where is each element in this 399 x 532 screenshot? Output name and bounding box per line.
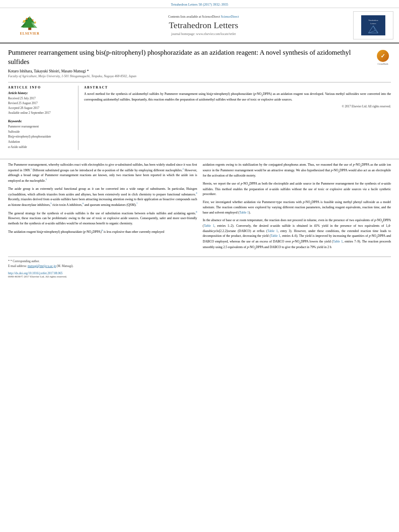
received-date: Received 25 July 2017 [8,96,74,101]
article-title: Pummerer rearrangement using bis(p-nitro… [8,48,371,67]
copyright-notice: © 2017 Elsevier Ltd. All rights reserved… [84,105,391,108]
svg-text:Tetrahedron: Tetrahedron [368,19,378,21]
article-history: Article history: Received 25 July 2017 R… [8,91,74,115]
citation-text: Tetrahedron Letters 58 (2017) 3932–3935 [171,2,228,6]
email-name: (M. Matsugi). [56,264,74,268]
svg-text:Letters: Letters [370,23,376,25]
journal-title: Tetrahedron Letters [54,20,353,31]
article-meta-section: ARTICLE INFO Article history: Received 2… [8,82,391,150]
article-info-title: ARTICLE INFO [8,86,74,89]
body-para-8: In the absence of base or at room temper… [203,218,391,250]
corresponding-author-note: * * Corresponding author. [8,259,391,264]
bottom-links: http://dx.doi.org/10.1016/j.tetlet.2017.… [0,270,399,280]
affiliation: Faculty of Agriculture, Meijo University… [8,74,391,78]
authors: Kotaro Ishihara, Takayuki Shioiri, Masat… [8,69,391,73]
publisher-logo: ELSEVIER [6,14,54,37]
elsevier-tree-icon [18,16,42,31]
article-info: ARTICLE INFO Article history: Received 2… [8,86,78,150]
body-para-6: Herein, we report the use of p-NO2DPPA a… [203,181,391,197]
body-para-4: The azidation reagent bis(p-nitrophenyl)… [8,229,197,235]
article-container: Pummerer rearrangement using bis(p-nitro… [0,43,399,155]
journal-homepage: journal homepage: www.elsevier.com/locat… [54,32,353,36]
body-para-7: First, we investigated whether azidation… [203,200,391,216]
journal-header: ELSEVIER Contents lists available at Sci… [0,8,399,43]
revised-date: Revised 25 August 2017 [8,101,74,106]
body-para-2: The azide group is an extremely useful f… [8,187,197,208]
sciencedirect-text: Contents lists available at ScienceDirec… [54,15,353,18]
email-label: E-mail address: [8,264,28,268]
issn-text: 0040-4039/© 2017 Elsevier Ltd. All right… [8,275,67,278]
keywords-section: Keywords: Pummerer rearrangement Sulfoxi… [8,119,74,150]
history-title: Article history: [8,91,74,95]
right-column: azidation regents owing to its stabiliza… [203,162,391,253]
available-date: Available online 2 September 2017 [8,111,74,115]
elsevier-logo: ELSEVIER [12,14,48,37]
elsevier-brand: ELSEVIER [20,32,39,35]
keyword-3: Bis(p-nitrophenyl) phosphorazidate [8,134,74,140]
abstract-title: ABSTRACT [84,86,391,89]
keywords-title: Keywords: [8,119,74,123]
abstract-text: A novel method for the synthesis of azid… [84,92,391,102]
cover-thumbnail-icon: Tetrahedron Letters [361,15,385,35]
abstract-section: ABSTRACT A novel method for the synthesi… [84,86,391,150]
journal-title-area: Contents lists available at ScienceDirec… [54,15,353,36]
crossmark-badge: ✓ CrossMark [375,50,391,65]
doi-issn-block: http://dx.doi.org/10.1016/j.tetlet.2017.… [8,271,67,278]
svg-point-4 [34,21,36,23]
crossmark-label: CrossMark [378,63,389,65]
keyword-2: Sulfoxide [8,129,74,135]
accepted-date: Accepted 28 August 2017 [8,106,74,111]
email-note: E-mail address: matsugi@meijo-u.ac.jp (M… [8,264,391,268]
keyword-4: Azidation [8,140,74,145]
journal-cover-thumbnail: Tetrahedron Letters [353,11,393,39]
svg-point-3 [23,20,26,22]
keyword-1: Pummerer rearrangement [8,124,74,129]
svg-point-7 [29,17,31,18]
author-email-link[interactable]: matsugi@meijo-u.ac.jp [28,264,56,268]
body-para-1: The Pummerer rearrangement, whereby sulf… [8,162,197,184]
crossmark-icon: ✓ [377,50,389,62]
footnotes: * * Corresponding author. E-mail address… [8,257,391,268]
svg-point-6 [32,19,34,21]
body-para-3: The general strategy for the synthesis o… [8,210,197,226]
main-content: The Pummerer rearrangement, whereby sulf… [0,159,399,253]
body-para-5: azidation regents owing to its stabiliza… [203,162,391,179]
svg-rect-8 [361,15,385,35]
keyword-5: α-Azido sulfide [8,145,74,150]
author-names: Kotaro Ishihara, Takayuki Shioiri, Masat… [8,69,89,73]
sciencedirect-link[interactable]: ScienceDirect [221,15,239,18]
svg-point-5 [26,18,28,20]
article-title-section: Pummerer rearrangement using bis(p-nitro… [8,48,391,67]
journal-citation: Tetrahedron Letters 58 (2017) 3932–3935 [0,0,399,8]
left-column: The Pummerer rearrangement, whereby sulf… [8,162,197,253]
doi-link[interactable]: http://dx.doi.org/10.1016/j.tetlet.2017.… [8,271,67,275]
